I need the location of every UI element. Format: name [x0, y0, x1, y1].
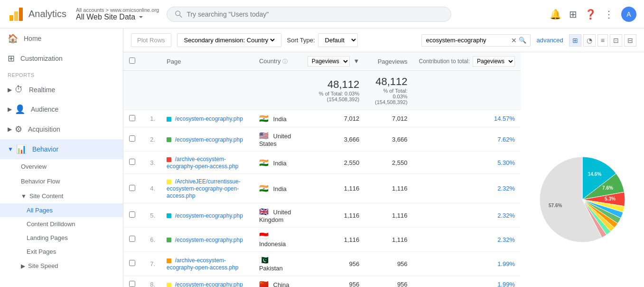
- page-cell: /ecosystem-ecography.php: [161, 110, 253, 127]
- sort-type-dropdown[interactable]: Default: [318, 33, 358, 47]
- advanced-link[interactable]: advanced: [536, 37, 563, 44]
- page-link[interactable]: /ecosystem-ecography.php: [175, 115, 243, 122]
- row-number: 3.: [141, 152, 161, 174]
- dimension-select[interactable]: Secondary dimension: Country: [177, 33, 281, 47]
- avatar[interactable]: A: [621, 7, 636, 22]
- pageviews-metric-select[interactable]: Pageviews: [308, 56, 350, 67]
- page-cell: /ecosystem-ecography.php: [161, 228, 253, 252]
- row-checkbox[interactable]: [129, 211, 135, 218]
- country-flag: 🇮🇳: [259, 159, 269, 167]
- behavior-icon: 📊: [16, 144, 27, 154]
- sidebar-item-acquisition[interactable]: ▶ ⚙ Acquisition: [0, 119, 123, 139]
- logo-area: Analytics: [8, 6, 66, 23]
- sidebar-item-realtime[interactable]: ▶ ⏱ Realtime: [0, 80, 123, 99]
- filter-clear-icon[interactable]: ✕: [511, 37, 517, 44]
- pageviews-value: 7,012: [299, 110, 365, 127]
- pageviews-value2: 956: [365, 252, 413, 276]
- filter-search-input[interactable]: [426, 37, 511, 44]
- sidebar-item-customization[interactable]: ⊞ Customization: [0, 48, 123, 68]
- page-link[interactable]: /ecosystem-ecography.php: [175, 136, 243, 143]
- filter-search-icon[interactable]: 🔍: [519, 37, 526, 44]
- filter-search-box[interactable]: ✕ 🔍: [421, 34, 531, 47]
- contribution-pct: 2.32%: [413, 174, 521, 203]
- account-path: All accounts > www.omicsonline.org: [76, 7, 159, 13]
- country-info-icon: ⓘ: [282, 58, 288, 64]
- dimension-dropdown[interactable]: Secondary dimension: Country: [182, 36, 276, 44]
- row-checkbox[interactable]: [129, 281, 135, 287]
- grid-icon[interactable]: ⊞: [569, 9, 577, 20]
- header: Analytics All accounts > www.omicsonline…: [0, 0, 644, 29]
- page-link[interactable]: /ArchiveJEE/currentissue-ecosystem-ecogr…: [167, 178, 241, 199]
- sidebar-sub-sub-item-landing-pages[interactable]: Landing Pages: [0, 231, 123, 245]
- summary-total1: (154,508,392): [304, 96, 359, 102]
- sidebar-sub-item-behavior-flow[interactable]: Behavior Flow: [0, 174, 123, 189]
- row-color-dot: [167, 137, 171, 142]
- sidebar-sub-item-site-content[interactable]: ▼ Site Content: [0, 189, 123, 203]
- table-row: 5. /ecosystem-ecography.php 🇬🇧 United Ki…: [123, 203, 521, 228]
- row-number: 6.: [141, 228, 161, 252]
- contribution-metric-select[interactable]: Pageviews: [473, 56, 515, 67]
- pie-view-button[interactable]: ◔: [583, 34, 596, 47]
- bell-icon[interactable]: 🔔: [550, 9, 561, 20]
- search-icon: [175, 10, 183, 19]
- pageviews-value2: 7,012: [365, 110, 413, 127]
- row-color-dot: [167, 283, 171, 287]
- page-cell: /ecosystem-ecography.php: [161, 276, 253, 287]
- custom-view-button[interactable]: ⊟: [624, 34, 636, 47]
- account-selector[interactable]: All Web Site Data: [76, 13, 159, 21]
- page-cell: /ecosystem-ecography.php: [161, 203, 253, 228]
- global-search-input[interactable]: [187, 10, 443, 18]
- list-view-button[interactable]: ≡: [597, 34, 608, 47]
- acquisition-icon: ⚙: [15, 124, 22, 134]
- row-checkbox[interactable]: [129, 115, 135, 121]
- sidebar-item-audience[interactable]: ▶ 👤 Audience: [0, 99, 123, 119]
- row-number: 8.: [141, 276, 161, 287]
- pageviews-value2: 1,116: [365, 174, 413, 203]
- sidebar-sub-sub-item-content-drilldown[interactable]: Content Drilldown: [0, 217, 123, 231]
- pageviews-metric-header[interactable]: Pageviews ▼: [299, 52, 365, 71]
- page-link[interactable]: /archive-ecosystem-ecography-open-access…: [167, 156, 238, 170]
- page-link[interactable]: /ecosystem-ecography.php: [175, 237, 243, 243]
- row-checkbox[interactable]: [129, 159, 135, 165]
- sidebar-item-behavior[interactable]: ▼ 📊 Behavior: [0, 139, 123, 159]
- country-flag: 🇨🇳: [259, 280, 269, 287]
- table-main: Page Country ⓘ Pageviews ▼: [123, 52, 521, 287]
- sidebar: 🏠 Home ⊞ Customization REPORTS ▶ ⏱ Realt…: [0, 29, 123, 287]
- global-search-bar[interactable]: [167, 7, 451, 22]
- row-checkbox[interactable]: [129, 260, 135, 266]
- sidebar-sub-sub-item-all-pages[interactable]: All Pages: [0, 203, 123, 217]
- country-flag: 🇮🇩: [259, 232, 269, 240]
- sidebar-item-behavior-label: Behavior: [32, 145, 58, 153]
- realtime-icon: ⏱: [15, 85, 23, 95]
- row-checkbox[interactable]: [129, 185, 135, 191]
- row-color-dot: [167, 258, 171, 263]
- country-cell: 🇺🇸 United States: [253, 127, 299, 152]
- contribution-pct: 14.57%: [413, 110, 521, 127]
- pivot-view-button[interactable]: ⊡: [610, 34, 622, 47]
- home-icon: 🏠: [8, 33, 18, 44]
- plot-rows-button[interactable]: Plot Rows: [131, 33, 171, 47]
- table-view-button[interactable]: ⊞: [569, 34, 581, 47]
- main-layout: 🏠 Home ⊞ Customization REPORTS ▶ ⏱ Realt…: [0, 29, 644, 287]
- country-name: India: [273, 160, 287, 167]
- sidebar-sub-sub-item-exit-pages[interactable]: Exit Pages: [0, 245, 123, 258]
- sort-arrow-icon: ▼: [353, 57, 359, 65]
- svg-rect-0: [9, 15, 13, 21]
- sidebar-item-home[interactable]: 🏠 Home: [0, 29, 123, 48]
- contribution-pct: 1.99%: [413, 252, 521, 276]
- sidebar-sub-item-site-speed[interactable]: ▶ Site Speed: [0, 258, 123, 273]
- row-checkbox[interactable]: [129, 236, 135, 242]
- more-vert-icon[interactable]: ⋮: [604, 9, 614, 20]
- select-all-checkbox[interactable]: [129, 57, 135, 64]
- page-cell: /archive-ecosystem-ecography-open-access…: [161, 252, 253, 276]
- help-icon[interactable]: ❓: [585, 9, 597, 20]
- row-color-dot: [167, 180, 171, 184]
- row-checkbox[interactable]: [129, 135, 135, 142]
- chevron-down-icon: [137, 13, 145, 21]
- page-link[interactable]: /ecosystem-ecography.php: [175, 281, 243, 287]
- page-link[interactable]: /ecosystem-ecography.php: [175, 212, 243, 219]
- sidebar-sub-item-overview[interactable]: Overview: [0, 159, 123, 174]
- page-link[interactable]: /archive-ecosystem-ecography-open-access…: [167, 257, 238, 271]
- country-name: India: [273, 185, 287, 192]
- svg-point-3: [176, 11, 180, 16]
